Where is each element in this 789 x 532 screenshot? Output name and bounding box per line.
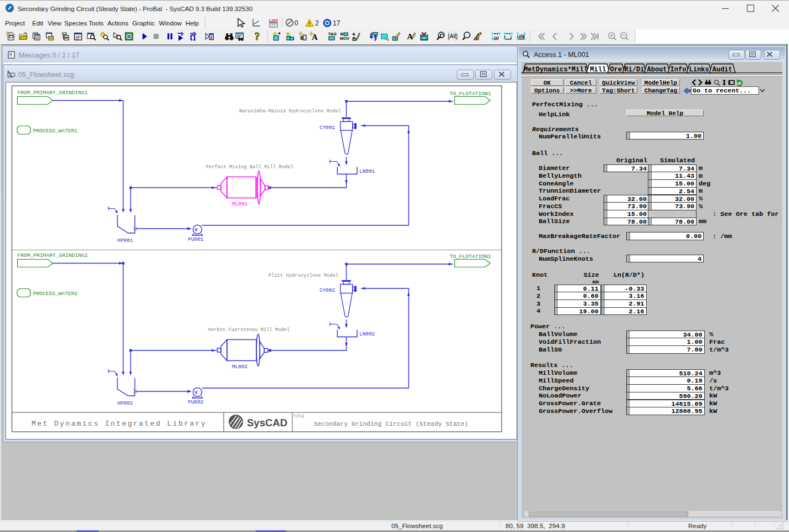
svg-text:Mill: Mill	[590, 66, 606, 74]
svg-text:Secondary Grinding Circuit (St: Secondary Grinding Circuit (Steady State…	[314, 421, 468, 427]
svg-text:CY002: CY002	[319, 287, 335, 293]
svg-text:PROCESS_WATER1: PROCESS_WATER1	[33, 128, 78, 134]
svg-text:Narasimha-Mainza Hydrocyclone: Narasimha-Mainza Hydrocyclone Model	[239, 109, 341, 113]
svg-text:TO_FLOTATION1: TO_FLOTATION1	[450, 91, 491, 97]
svg-text:FROM_PRIMARY_GRINDING1: FROM_PRIMARY_GRINDING1	[18, 90, 88, 96]
svg-text:Met Dynamics Integrated Librar: Met Dynamics Integrated Library	[32, 420, 207, 428]
svg-text:PU001: PU001	[188, 236, 204, 242]
svg-text:HP002: HP002	[117, 400, 133, 406]
svg-text:LN002: LN002	[359, 331, 375, 337]
svg-text:Herbst-Fuerstenau Mill Model: Herbst-Fuerstenau Mill Model	[208, 327, 290, 332]
svg-text:ML002: ML002	[232, 364, 247, 370]
svg-text:2: 2	[315, 19, 319, 27]
svg-text:PU002: PU002	[188, 399, 204, 405]
svg-text:V: V	[195, 390, 198, 396]
svg-text:CY001: CY001	[319, 125, 336, 131]
svg-text:[All]: [All]	[448, 33, 458, 39]
svg-text:V: V	[195, 228, 198, 233]
svg-text:HP001: HP001	[117, 237, 133, 244]
svg-text:Audit: Audit	[712, 66, 732, 74]
svg-text:MOV: MOV	[340, 36, 349, 41]
svg-text:SysCAD: SysCAD	[247, 417, 287, 428]
svg-text:TAG: TAG	[328, 32, 337, 37]
svg-text:TITLE: TITLE	[294, 415, 305, 419]
svg-text:A: A	[312, 33, 318, 42]
svg-text:Ri/Di: Ri/Di	[624, 66, 644, 74]
svg-text:About: About	[647, 66, 667, 74]
svg-text:17: 17	[333, 19, 341, 27]
svg-text:Perfect Mixing Ball Mill Model: Perfect Mixing Ball Mill Model	[206, 164, 293, 169]
svg-text:?: ?	[255, 31, 260, 42]
svg-text:MetDynamics*Mill: MetDynamics*Mill	[524, 66, 587, 74]
svg-text:FROM_PRIMARY_GRINDING2: FROM_PRIMARY_GRINDING2	[18, 252, 88, 259]
svg-text:LN001: LN001	[359, 168, 375, 174]
svg-text:PROCESS_WATER2: PROCESS_WATER2	[33, 291, 78, 297]
svg-text:Info: Info	[671, 66, 687, 74]
svg-text:Links: Links	[689, 66, 709, 74]
svg-text:Plitt Hydrocyclone Model: Plitt Hydrocyclone Model	[269, 273, 338, 278]
svg-text:Ore: Ore	[610, 66, 622, 74]
svg-text:TO_FLOTATION2: TO_FLOTATION2	[450, 254, 491, 260]
svg-text:0: 0	[295, 19, 298, 27]
svg-text:ML001: ML001	[232, 201, 248, 207]
